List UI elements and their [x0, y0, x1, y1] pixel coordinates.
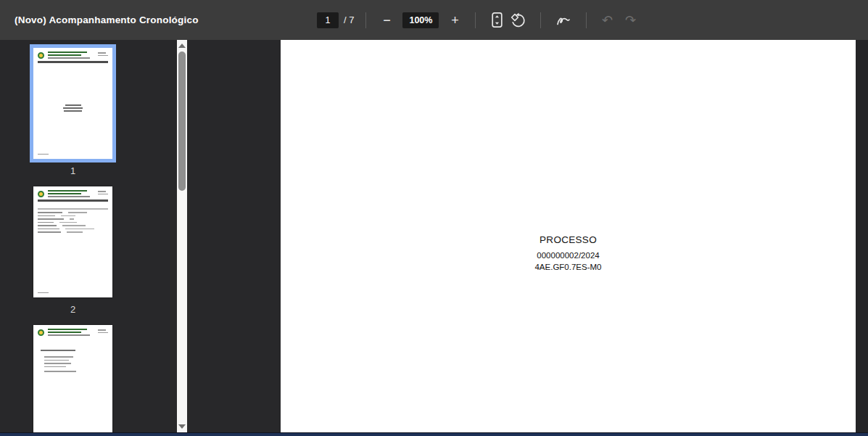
main-scrollbar[interactable]	[856, 40, 868, 432]
pdf-toolbar: (Novo) Acompanhamento Cronológico / 7 − …	[0, 0, 868, 40]
processo-code: 4AE.GF0.7ES-M0	[281, 261, 856, 273]
thumbnail-page-2-label: 2	[30, 304, 116, 315]
page-count-label: / 7	[344, 15, 354, 25]
thumbnail-scrollbar[interactable]	[177, 40, 187, 432]
thumbnail-page-3-preview	[33, 325, 112, 432]
toolbar-controls: / 7 − 100% +	[317, 0, 639, 40]
scroll-down-arrow-icon[interactable]	[177, 421, 187, 432]
thumbnail-page-3[interactable]	[30, 325, 116, 432]
agency-seal-icon	[38, 52, 44, 59]
processo-block: PROCESSO 000000002/2024 4AE.GF0.7ES-M0	[281, 40, 856, 273]
draw-button[interactable]	[553, 9, 574, 31]
rotate-button[interactable]	[507, 9, 529, 31]
window-bottom-border	[0, 432, 868, 436]
mini-page-footer	[38, 154, 49, 155]
mini-data-rows	[38, 208, 108, 235]
scroll-up-arrow-icon[interactable]	[177, 41, 187, 51]
mini-page-footer	[38, 292, 49, 294]
thumbnail-page-2[interactable]: 2	[30, 186, 116, 315]
draw-icon	[555, 13, 571, 28]
mini-processo-block	[33, 104, 112, 112]
document-viewport: PROCESSO 000000002/2024 4AE.GF0.7ES-M0	[187, 40, 856, 432]
mini-outline-list	[41, 350, 108, 374]
thumbnail-page-2-preview	[33, 186, 112, 297]
mini-page-header	[38, 190, 108, 202]
processo-title: PROCESSO	[281, 234, 856, 245]
undo-button[interactable]: ↶	[598, 9, 616, 31]
mini-page-header	[38, 52, 108, 63]
agency-seal-icon	[38, 191, 44, 197]
zoom-in-button[interactable]: +	[446, 9, 463, 31]
toolbar-divider	[586, 12, 587, 28]
pdf-page-1: PROCESSO 000000002/2024 4AE.GF0.7ES-M0	[281, 40, 856, 432]
agency-seal-icon	[38, 329, 44, 336]
page-number-input[interactable]	[317, 12, 339, 28]
redo-icon: ↷	[625, 14, 636, 27]
undo-icon: ↶	[602, 14, 613, 27]
toolbar-divider	[365, 12, 366, 28]
toolbar-divider	[540, 12, 541, 28]
fit-to-page-icon	[490, 12, 504, 28]
thumbnail-page-1-preview	[33, 48, 112, 159]
toolbar-divider	[475, 12, 476, 28]
thumbnail-page-1-label: 1	[30, 165, 116, 176]
document-title: (Novo) Acompanhamento Cronológico	[15, 0, 199, 40]
redo-button[interactable]: ↷	[621, 9, 639, 31]
rotate-icon	[510, 12, 526, 28]
processo-number: 000000002/2024	[281, 250, 856, 261]
thumbnail-panel: 1	[0, 40, 187, 432]
fit-to-page-button[interactable]	[487, 9, 507, 31]
thumbnail-list: 1	[30, 48, 116, 432]
thumbnail-scrollbar-thumb[interactable]	[178, 52, 186, 191]
zoom-out-button[interactable]: −	[378, 9, 395, 31]
mini-page-header	[38, 329, 108, 336]
zoom-level-label: 100%	[402, 12, 439, 28]
thumbnail-page-1[interactable]: 1	[30, 48, 116, 176]
